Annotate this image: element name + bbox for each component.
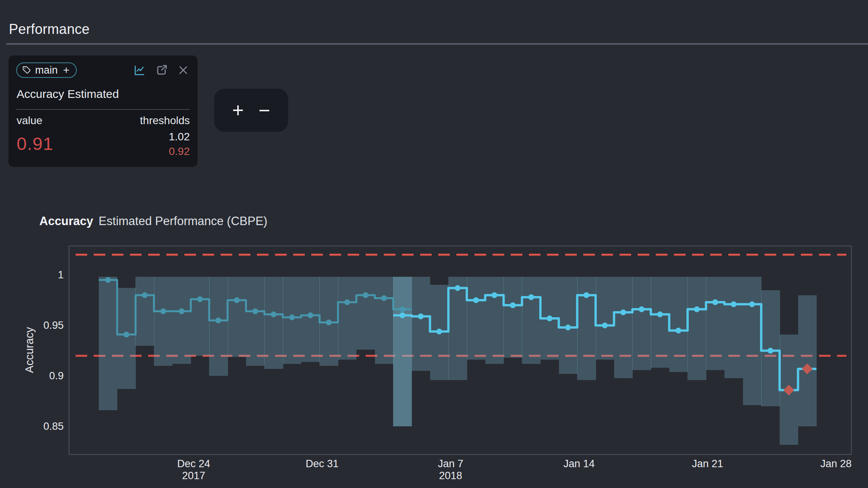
confidence-band-chunk — [283, 277, 301, 363]
confidence-band-chunk — [448, 277, 467, 380]
analysis-point — [473, 297, 479, 303]
confidence-band-chunk — [798, 295, 817, 427]
reference-point — [289, 315, 295, 320]
confidence-band-chunk — [228, 277, 246, 357]
confidence-band-chunk — [246, 277, 265, 366]
reference-point — [344, 299, 350, 305]
x-tick-label: Dec 31 — [306, 458, 339, 470]
reference-point — [307, 313, 313, 318]
analysis-point — [712, 299, 718, 305]
confidence-band-chunk — [209, 277, 228, 376]
reference-point — [252, 308, 258, 314]
analysis-point — [694, 306, 700, 312]
analysis-point — [510, 302, 516, 308]
confidence-band-chunk — [375, 277, 393, 363]
confidence-band-chunk — [632, 277, 651, 370]
confidence-band-chunk — [338, 277, 356, 360]
reference-point — [234, 297, 240, 303]
x-tick-label: Jan 21 — [692, 458, 723, 470]
analysis-point — [547, 315, 552, 321]
analysis-point — [675, 328, 681, 333]
analysis-point — [528, 294, 534, 300]
performance-chart[interactable] — [0, 0, 868, 488]
y-tick-label: 0.85 — [15, 421, 64, 432]
reference-point — [123, 332, 129, 337]
reference-point — [326, 320, 332, 325]
confidence-band-chunk — [467, 277, 485, 360]
x-tick-label: Jan 72018 — [438, 458, 463, 482]
reference-point — [381, 295, 387, 301]
reference-point — [363, 292, 368, 298]
confidence-band-chunk — [264, 277, 283, 369]
analysis-point — [400, 313, 405, 318]
x-tick-label: Dec 242017 — [177, 458, 210, 482]
confidence-band-chunk — [669, 277, 688, 372]
transition-highlight — [393, 277, 412, 426]
reference-point — [271, 311, 277, 317]
reference-point — [142, 292, 148, 298]
analysis-point — [436, 329, 442, 335]
confidence-band-chunk — [503, 277, 522, 358]
analysis-point — [620, 310, 626, 315]
confidence-band-chunk — [301, 277, 320, 362]
confidence-band-chunk — [687, 277, 706, 380]
reference-point — [400, 306, 405, 312]
analysis-point — [565, 325, 571, 330]
confidence-band-chunk — [724, 277, 743, 378]
confidence-band-chunk — [356, 277, 375, 350]
reference-point — [160, 308, 166, 314]
confidence-band-chunk — [172, 277, 191, 363]
y-tick-label: 0.9 — [15, 370, 64, 382]
reference-point — [197, 296, 203, 302]
analysis-point — [657, 311, 663, 317]
analysis-point — [584, 292, 589, 298]
y-tick-label: 1 — [15, 269, 64, 281]
analysis-point — [731, 301, 736, 307]
reference-point — [216, 318, 221, 323]
analysis-point — [418, 313, 424, 319]
confidence-band-chunk — [706, 277, 724, 370]
confidence-band-chunk — [135, 277, 154, 345]
confidence-band-chunk — [743, 277, 762, 405]
confidence-band-chunk — [522, 277, 540, 363]
x-tick-label: Jan 14 — [563, 458, 594, 470]
confidence-band-chunk — [485, 277, 504, 363]
analysis-point — [455, 285, 461, 291]
analysis-point — [639, 306, 645, 312]
confidence-band-chunk — [651, 277, 669, 368]
confidence-band-chunk — [117, 288, 136, 389]
confidence-band-chunk — [614, 277, 633, 378]
confidence-band-chunk — [154, 277, 172, 366]
reference-point — [179, 308, 184, 314]
analysis-point — [749, 301, 755, 307]
reference-point — [105, 277, 111, 283]
analysis-point — [768, 348, 773, 353]
confidence-band-chunk — [412, 277, 430, 371]
confidence-band-chunk — [596, 277, 614, 360]
confidence-band-chunk — [99, 277, 117, 410]
analysis-point — [602, 323, 608, 328]
y-tick-label: 0.95 — [15, 320, 64, 332]
analysis-point — [491, 292, 497, 298]
confidence-band-chunk — [191, 277, 209, 355]
x-tick-label: Jan 28 — [820, 458, 851, 470]
